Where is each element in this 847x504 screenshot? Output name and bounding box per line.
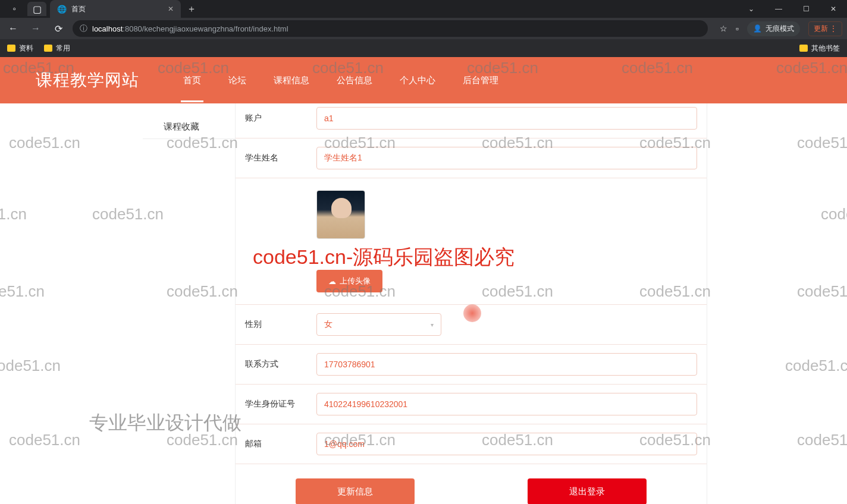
panel-icon[interactable]: ▫: [736, 24, 739, 33]
logout-button[interactable]: 退出登录: [528, 478, 647, 504]
row-idcard: 学生身份证号: [236, 385, 707, 424]
bookmark-item[interactable]: 常用: [44, 43, 70, 53]
input-name[interactable]: [316, 147, 697, 169]
sidebar-item-fav[interactable]: 课程收藏: [143, 115, 235, 139]
globe-icon: 🌐: [57, 5, 67, 14]
url-host: localhost: [92, 24, 123, 33]
page-body: 课程收藏 账户 学生姓名 ☁ 上传头像 性别 女 ▾ 联系方式: [0, 103, 847, 504]
select-gender[interactable]: 女 ▾: [316, 313, 441, 336]
url-input[interactable]: ⓘ localhost:8080/kechengjiaoxuewangzhna/…: [73, 20, 708, 37]
label-contact: 联系方式: [245, 359, 316, 370]
row-name: 学生姓名: [236, 138, 707, 178]
back-button[interactable]: ←: [5, 23, 21, 34]
address-bar: ← → ⟳ ⓘ localhost:8080/kechengjiaoxuewan…: [0, 18, 847, 39]
maximize-button[interactable]: ☐: [792, 0, 820, 18]
tab-blank-icon[interactable]: ▢: [27, 2, 46, 16]
new-tab-button[interactable]: ＋: [187, 3, 196, 15]
label-idcard: 学生身份证号: [245, 399, 316, 410]
row-contact: 联系方式: [236, 345, 707, 385]
label-account: 账户: [245, 113, 316, 124]
browser-tab[interactable]: 🌐 首页 ✕: [50, 0, 181, 18]
update-info-button[interactable]: 更新信息: [296, 478, 415, 504]
site-nav: 课程教学网站 首页 论坛 课程信息 公告信息 个人中心 后台管理: [0, 57, 847, 103]
input-account[interactable]: [316, 107, 697, 130]
row-account: 账户: [236, 103, 707, 138]
row-photo: ☁ 上传头像: [236, 178, 707, 305]
input-contact[interactable]: [316, 353, 697, 376]
close-window-button[interactable]: ✕: [820, 0, 847, 18]
tab-title: 首页: [71, 4, 86, 14]
window-controls: ⌄ — ☐ ✕: [738, 0, 847, 18]
label-gender: 性别: [245, 319, 316, 330]
nav-admin[interactable]: 后台管理: [460, 59, 501, 102]
sidebar: 课程收藏: [0, 103, 235, 504]
upload-avatar-button[interactable]: ☁ 上传头像: [316, 270, 382, 292]
site-title: 课程教学网站: [36, 69, 139, 92]
minimize-button[interactable]: —: [765, 0, 792, 18]
nav-course[interactable]: 课程信息: [271, 59, 312, 102]
upload-icon: ☁: [328, 277, 336, 286]
folder-icon: [7, 45, 15, 52]
label-email: 邮箱: [245, 439, 316, 449]
close-icon[interactable]: ✕: [156, 5, 174, 13]
cursor-indicator: [463, 304, 481, 322]
star-icon[interactable]: ☆: [720, 24, 727, 33]
incognito-badge[interactable]: 👤 无痕模式: [747, 21, 800, 36]
update-button[interactable]: 更新 ⋮: [808, 21, 842, 36]
browser-chrome: ◦ ▢ 🌐 首页 ✕ ＋ ⌄ — ☐ ✕ ← → ⟳ ⓘ localhost:8…: [0, 0, 847, 57]
nav-forum[interactable]: 论坛: [226, 59, 249, 102]
chevron-down-icon: ▾: [431, 322, 434, 328]
bookmark-item[interactable]: 其他书签: [799, 43, 840, 53]
avatar-image: [316, 190, 365, 239]
action-row: 更新信息 退出登录: [236, 464, 707, 504]
reload-button[interactable]: ⟳: [50, 23, 67, 34]
info-icon: ⓘ: [80, 23, 87, 34]
folder-icon: [44, 45, 52, 52]
input-idcard[interactable]: [316, 393, 697, 415]
label-name: 学生姓名: [245, 153, 316, 163]
bookmark-item[interactable]: 资料: [7, 43, 33, 53]
tab-strip: ◦ ▢ 🌐 首页 ✕ ＋ ⌄ — ☐ ✕: [0, 0, 847, 18]
select-value: 女: [324, 319, 332, 330]
incognito-icon: 👤: [753, 24, 762, 33]
nav-notice[interactable]: 公告信息: [334, 59, 375, 102]
chevron-down-icon[interactable]: ⌄: [738, 0, 765, 18]
nav-personal[interactable]: 个人中心: [397, 59, 438, 102]
row-email: 邮箱: [236, 424, 707, 464]
url-path: /kechengjiaoxuewangzhna/front/index.html: [142, 24, 288, 33]
input-email[interactable]: [316, 433, 697, 455]
folder-icon: [799, 45, 808, 52]
app-icon[interactable]: ◦: [5, 2, 24, 16]
url-port: :8080: [123, 24, 142, 33]
form-area: 账户 学生姓名 ☁ 上传头像 性别 女 ▾ 联系方式 学生身份证号: [235, 103, 707, 504]
forward-button[interactable]: →: [27, 23, 44, 34]
bookmark-bar: 资料 常用 其他书签: [0, 39, 847, 57]
nav-home[interactable]: 首页: [181, 59, 203, 102]
incognito-label: 无痕模式: [766, 24, 794, 34]
